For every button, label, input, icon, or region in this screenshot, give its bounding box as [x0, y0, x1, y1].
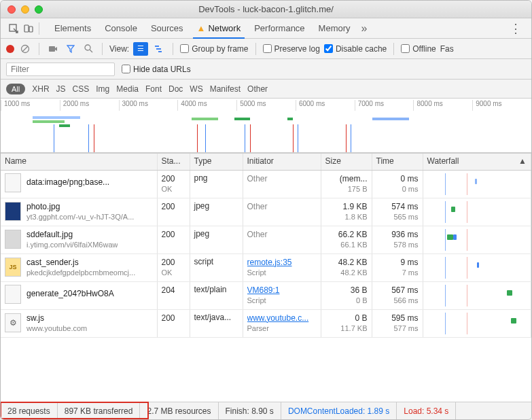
- tab-performance[interactable]: Performance: [247, 18, 311, 38]
- timeline-tick: 2000 ms: [60, 100, 119, 111]
- timeline-tick: 9000 ms: [472, 100, 531, 111]
- device-toggle-icon[interactable]: [21, 21, 36, 36]
- column-header[interactable]: Sta...: [157, 154, 190, 170]
- tab-memory[interactable]: Memory: [312, 18, 357, 38]
- tab-sources[interactable]: Sources: [144, 18, 190, 38]
- table-row[interactable]: generate_204?bHwO8A204text/plainVM689:1S…: [1, 281, 531, 309]
- type-filter-font[interactable]: Font: [145, 84, 162, 94]
- type-filter-css[interactable]: CSS: [73, 84, 90, 94]
- resource-name: photo.jpg: [26, 201, 134, 212]
- timeline-overview[interactable]: 1000 ms2000 ms3000 ms4000 ms5000 ms6000 …: [1, 99, 531, 153]
- group-by-frame-checkbox[interactable]: Group by frame: [180, 44, 248, 54]
- resource-thumbnail: [5, 173, 21, 192]
- waterfall-view-icon[interactable]: [152, 42, 166, 56]
- sort-arrow-icon: ▲: [518, 156, 527, 166]
- camera-icon[interactable]: [46, 42, 60, 56]
- svg-line-4: [22, 46, 28, 52]
- type-filter-manifest[interactable]: Manifest: [210, 84, 241, 94]
- requests-table[interactable]: NameSta...TypeInitiatorSizeTimeWaterfall…: [1, 153, 531, 402]
- timeline-tick: 7000 ms: [355, 100, 414, 111]
- resource-name: generate_204?bHwO8A: [26, 288, 114, 299]
- initiator-link[interactable]: www.youtube.c...: [247, 313, 317, 323]
- table-row[interactable]: ⚙sw.jswww.youtube.com200text/java...www.…: [1, 309, 531, 337]
- view-label: View:: [109, 44, 129, 54]
- resource-thumbnail: [5, 230, 21, 249]
- titlebar: DevTools - luck-bacon-1.glitch.me/: [1, 1, 531, 18]
- timeline-tick: 6000 ms: [296, 100, 355, 111]
- timeline-tick: 1000 ms: [1, 100, 60, 111]
- type-filter-media[interactable]: Media: [116, 84, 139, 94]
- status-requests: 28 requests: [1, 402, 58, 419]
- resource-domain: i.ytimg.com/vi/6lfaiXM6waw: [26, 240, 118, 250]
- status-load: Load: 5.34 s: [397, 402, 456, 419]
- settings-menu-icon[interactable]: ⋮: [506, 21, 526, 36]
- clear-icon[interactable]: [18, 42, 32, 56]
- status-bar: 28 requests 897 KB transferred 2.7 MB re…: [1, 402, 531, 419]
- type-filter-xhr[interactable]: XHR: [32, 84, 49, 94]
- table-row[interactable]: data:image/png;base...200OKpngOther(mem.…: [1, 170, 531, 198]
- type-filter-ws[interactable]: WS: [190, 84, 202, 94]
- resource-domain: pkedcjkdefgpdelpbcmbmeomcj...: [26, 268, 135, 278]
- column-header[interactable]: Waterfall▲: [423, 154, 531, 170]
- svg-rect-8: [155, 46, 159, 47]
- status-domcontentloaded: DOMContentLoaded: 1.89 s: [281, 402, 397, 419]
- large-rows-button[interactable]: ☰: [133, 42, 148, 56]
- status-resources: 2.7 MB resources: [140, 402, 218, 419]
- filter-bar: Hide data URLs: [1, 59, 531, 80]
- svg-rect-9: [156, 48, 161, 50]
- throttling-label[interactable]: Fas: [440, 44, 454, 54]
- waterfall-cell: [427, 201, 527, 223]
- resource-thumbnail: JS: [5, 258, 21, 277]
- resource-domain: www.youtube.com: [26, 323, 87, 334]
- warning-icon: ▲: [197, 23, 206, 33]
- record-button[interactable]: [6, 45, 14, 53]
- type-filter-doc[interactable]: Doc: [169, 84, 183, 94]
- column-header[interactable]: Type: [190, 154, 243, 170]
- inspect-icon[interactable]: [6, 21, 21, 36]
- filter-icon[interactable]: [64, 42, 77, 56]
- table-row[interactable]: photo.jpgyt3.ggpht.com/-vu_v-hJT-3Q/A...…: [1, 198, 531, 226]
- column-header[interactable]: Name: [1, 154, 157, 170]
- status-finish: Finish: 8.90 s: [219, 402, 281, 419]
- hide-data-urls-checkbox[interactable]: Hide data URLs: [122, 65, 191, 74]
- initiator-link[interactable]: remote.js:35: [247, 257, 317, 268]
- preserve-log-checkbox[interactable]: Preserve log: [263, 44, 320, 54]
- filter-input[interactable]: [6, 63, 115, 76]
- resource-name: sddefault.jpg: [26, 229, 118, 240]
- svg-line-7: [90, 50, 92, 52]
- table-row[interactable]: JScast_sender.jspkedcjkdefgpdelpbcmbmeom…: [1, 253, 531, 281]
- type-filter-js[interactable]: JS: [56, 84, 66, 94]
- svg-rect-5: [49, 46, 55, 52]
- initiator-link[interactable]: VM689:1: [247, 285, 317, 296]
- waterfall-cell: [427, 229, 527, 251]
- timeline-tick: 3000 ms: [119, 100, 178, 111]
- waterfall-cell: [427, 285, 527, 307]
- more-tabs-icon[interactable]: »: [361, 22, 368, 35]
- tab-network[interactable]: ▲Network: [190, 18, 248, 38]
- type-filter-img[interactable]: Img: [96, 84, 109, 94]
- tab-elements[interactable]: Elements: [48, 18, 98, 38]
- column-header[interactable]: Time: [372, 154, 423, 170]
- resource-domain: yt3.ggpht.com/-vu_v-hJT-3Q/A...: [26, 212, 134, 222]
- resource-name: cast_sender.js: [26, 257, 135, 268]
- network-toolbar: View: ☰ Group by frame Preserve log Disa…: [1, 39, 531, 59]
- search-icon[interactable]: [82, 42, 95, 56]
- panel-tabbar: ElementsConsoleSources▲NetworkPerformanc…: [1, 18, 531, 39]
- timeline-tick: 4000 ms: [177, 100, 236, 111]
- disable-cache-checkbox[interactable]: Disable cache: [324, 44, 387, 54]
- tab-console[interactable]: Console: [98, 18, 144, 38]
- resource-thumbnail: [5, 202, 21, 221]
- resource-thumbnail: ⚙: [5, 313, 21, 332]
- waterfall-cell: [427, 257, 527, 279]
- window-title: DevTools - luck-bacon-1.glitch.me/: [1, 4, 531, 14]
- svg-rect-2: [29, 27, 33, 32]
- type-filter-other[interactable]: Other: [247, 84, 268, 94]
- column-header[interactable]: Size: [321, 154, 372, 170]
- type-filter-all[interactable]: All: [6, 84, 25, 94]
- column-header[interactable]: Initiator: [243, 154, 321, 170]
- offline-checkbox[interactable]: Offline: [401, 44, 436, 54]
- resource-type-bar: AllXHRJSCSSImgMediaFontDocWSManifestOthe…: [1, 80, 531, 99]
- table-row[interactable]: sddefault.jpgi.ytimg.com/vi/6lfaiXM6waw2…: [1, 226, 531, 253]
- waterfall-cell: [427, 173, 527, 195]
- svg-rect-10: [158, 51, 162, 52]
